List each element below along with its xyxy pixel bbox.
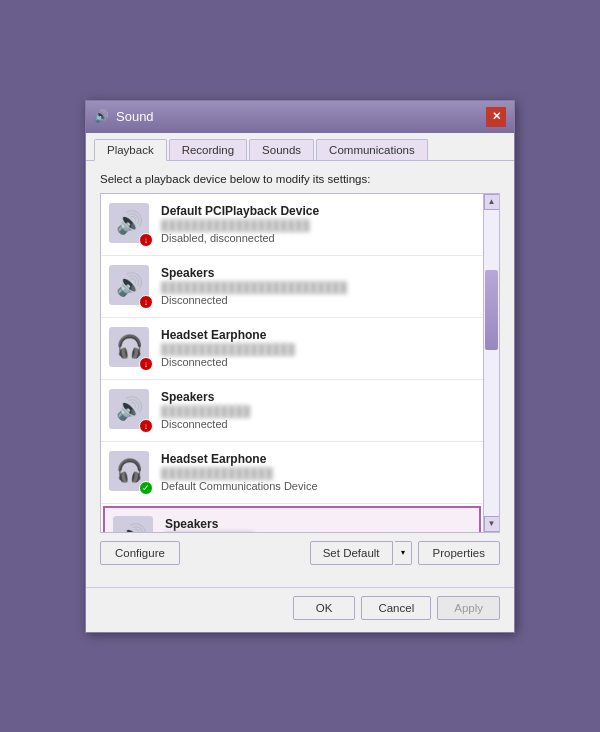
set-default-button[interactable]: Set Default (310, 541, 393, 565)
scroll-track[interactable] (484, 210, 499, 516)
badge-disconnected-0: ↓ (139, 233, 153, 247)
device-name-5: Speakers (165, 517, 471, 531)
ok-button[interactable]: OK (293, 596, 356, 620)
device-driver-0: ████████████████████ (161, 219, 310, 231)
device-status-1: Disconnected (161, 294, 475, 306)
device-icon-2: ↓ (109, 327, 151, 369)
device-item[interactable]: ↓ Headset Earphone ██████████████████ Di… (101, 318, 483, 380)
apply-button[interactable]: Apply (437, 596, 500, 620)
tab-playback[interactable]: Playback (94, 139, 167, 161)
device-info-0: Default PCIPlayback Device █████████████… (161, 204, 475, 244)
device-name-3: Speakers (161, 390, 475, 404)
tab-communications[interactable]: Communications (316, 139, 428, 160)
default-button-group: Set Default ▾ Properties (310, 541, 500, 565)
device-driver-4: ███████████████ (161, 467, 273, 479)
device-name-4: Headset Earphone (161, 452, 475, 466)
device-name-0: Default PCIPlayback Device (161, 204, 475, 218)
device-icon-1: ↓ (109, 265, 151, 307)
window-title: Sound (116, 109, 154, 124)
scroll-up-arrow[interactable]: ▲ (484, 194, 500, 210)
device-driver-3: ████████████ (161, 405, 250, 417)
badge-disconnected-3: ↓ (139, 419, 153, 433)
close-button[interactable]: ✕ (486, 107, 506, 127)
device-info-1: Speakers █████████████████████████ Disco… (161, 266, 475, 306)
badge-green-4: ✓ (139, 481, 153, 495)
badge-disconnected-2: ↓ (139, 357, 153, 371)
tab-recording[interactable]: Recording (169, 139, 247, 160)
footer: OK Cancel Apply (86, 587, 514, 632)
tab-sounds[interactable]: Sounds (249, 139, 314, 160)
scrollbar[interactable]: ▲ ▼ (483, 194, 499, 532)
device-status-3: Disconnected (161, 418, 475, 430)
device-icon-5: ✓ (113, 516, 155, 532)
device-name-1: Speakers (161, 266, 475, 280)
device-driver-1: █████████████████████████ (161, 281, 347, 293)
device-list: ↓ Default PCIPlayback Device ███████████… (101, 194, 483, 532)
sound-icon: 🔊 (94, 109, 110, 125)
title-bar-left: 🔊 Sound (94, 109, 154, 125)
device-item-selected[interactable]: ✓ Speakers ████████████ Default Device (103, 506, 481, 532)
sound-dialog: 🔊 Sound ✕ Playback Recording Sounds Comm… (85, 100, 515, 633)
bottom-buttons: Configure Set Default ▾ Properties (100, 533, 500, 575)
device-driver-2: ██████████████████ (161, 343, 295, 355)
device-info-4: Headset Earphone ███████████████ Default… (161, 452, 475, 492)
badge-disconnected-1: ↓ (139, 295, 153, 309)
properties-button[interactable]: Properties (418, 541, 500, 565)
device-icon-3: ↓ (109, 389, 151, 431)
scroll-down-arrow[interactable]: ▼ (484, 516, 500, 532)
instruction-text: Select a playback device below to modify… (100, 173, 500, 185)
set-default-dropdown[interactable]: ▾ (395, 541, 412, 565)
device-icon-0: ↓ (109, 203, 151, 245)
device-info-5: Speakers ████████████ Default Device (165, 517, 471, 532)
device-info-3: Speakers ████████████ Disconnected (161, 390, 475, 430)
device-list-container: ↓ Default PCIPlayback Device ███████████… (100, 193, 500, 533)
device-status-4: Default Communications Device (161, 480, 475, 492)
device-status-2: Disconnected (161, 356, 475, 368)
scroll-thumb[interactable] (485, 270, 498, 350)
configure-button[interactable]: Configure (100, 541, 180, 565)
device-icon-4: ✓ (109, 451, 151, 493)
device-item[interactable]: ↓ Speakers █████████████████████████ Dis… (101, 256, 483, 318)
device-status-0: Disabled, disconnected (161, 232, 475, 244)
device-item[interactable]: ✓ Headset Earphone ███████████████ Defau… (101, 442, 483, 504)
device-name-2: Headset Earphone (161, 328, 475, 342)
tab-content: Select a playback device below to modify… (86, 161, 514, 587)
device-info-2: Headset Earphone ██████████████████ Disc… (161, 328, 475, 368)
device-item[interactable]: ↓ Speakers ████████████ Disconnected (101, 380, 483, 442)
device-item[interactable]: ↓ Default PCIPlayback Device ███████████… (101, 194, 483, 256)
title-bar: 🔊 Sound ✕ (86, 101, 514, 133)
cancel-button[interactable]: Cancel (361, 596, 431, 620)
tab-bar: Playback Recording Sounds Communications (86, 133, 514, 161)
